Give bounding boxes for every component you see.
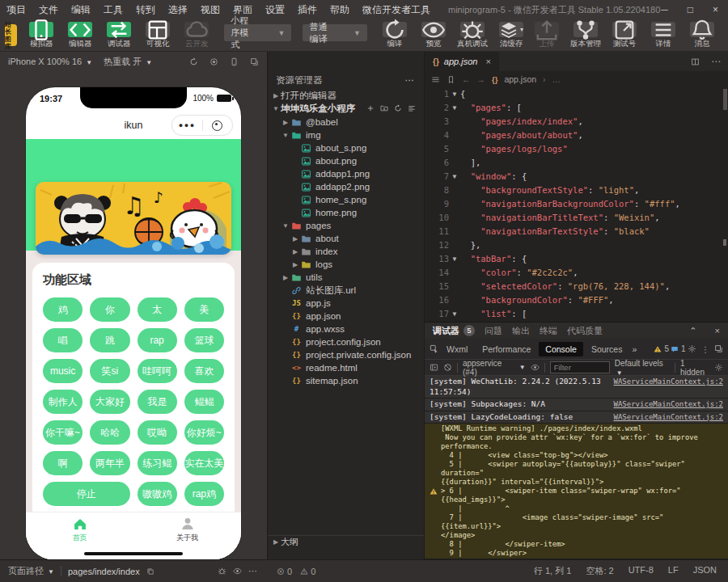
console-sidebar-icon[interactable] xyxy=(430,363,438,372)
sound-button-啊[interactable]: 啊 xyxy=(43,451,83,475)
sound-button-你[interactable]: 你 xyxy=(90,297,129,322)
split-editor-icon[interactable] xyxy=(685,52,705,71)
editor-more-icon[interactable]: ⋯ xyxy=(705,52,728,71)
sound-button-跳[interactable]: 跳 xyxy=(90,328,129,352)
panel-tab-代码质量[interactable]: 代码质量 xyxy=(567,325,603,337)
hamburger-icon[interactable] xyxy=(431,75,440,84)
tab-about[interactable]: 关于我 xyxy=(133,512,241,546)
menu-视图[interactable]: 视图 xyxy=(201,3,220,17)
log-source-link[interactable]: WAServiceMainContext.js:2 xyxy=(614,377,723,387)
sound-button-你好烦~[interactable]: 你好烦~ xyxy=(184,420,224,445)
sound-button-练习鲲[interactable]: 练习鲲 xyxy=(138,451,177,475)
log-levels-dropdown[interactable]: Default levels ▼ xyxy=(615,359,670,377)
copy-path-icon[interactable] xyxy=(146,567,154,576)
debug-icon[interactable] xyxy=(218,567,226,576)
fold-chevron-icon[interactable]: ▼ xyxy=(449,101,460,115)
tree-item-about.png[interactable]: about.png xyxy=(268,154,424,167)
capsule-menu[interactable]: ●●● xyxy=(171,115,233,136)
device-selector[interactable]: iPhone X 100% 16 ▼ xyxy=(8,57,92,66)
device-frame-icon[interactable] xyxy=(230,57,239,66)
tree-item-about[interactable]: ▶about xyxy=(268,232,424,245)
tree-item-站长图库.url[interactable]: 站长图库.url xyxy=(268,284,424,297)
toolbar-预览[interactable]: 预览 xyxy=(416,22,451,49)
log-source-link[interactable]: WAServiceMainContext.js:2 xyxy=(614,399,723,410)
tree-item-logs[interactable]: ▶logs xyxy=(268,258,424,271)
inspect-element-icon[interactable] xyxy=(430,344,438,353)
devtools-message-badge[interactable]: 1 xyxy=(671,344,686,353)
warning-count[interactable]: 0 xyxy=(300,567,315,576)
new-folder-icon[interactable] xyxy=(380,104,388,112)
error-count[interactable]: 0 xyxy=(277,567,292,576)
statusbar-more-icon[interactable]: ⋯ xyxy=(248,566,259,576)
panel-tab-终端[interactable]: 终端 xyxy=(540,325,557,337)
sound-button-哎呦[interactable]: 哎呦 xyxy=(138,420,177,445)
sound-button-篮球[interactable]: 篮球 xyxy=(184,328,224,352)
tree-item-readme.html[interactable]: <>readme.html xyxy=(268,361,424,374)
sound-button-music[interactable]: music xyxy=(43,359,83,383)
sound-button-rap[interactable]: rap xyxy=(138,328,177,352)
console-log-area[interactable]: WAServiceMainContext.js:2[system] WeChat… xyxy=(425,376,728,560)
bookmark-icon[interactable] xyxy=(447,75,455,84)
sound-button-哈哈[interactable]: 哈哈 xyxy=(90,420,129,445)
execution-context-dropdown[interactable]: appservice (#4)▼ xyxy=(463,359,526,377)
toolbar-清缓存[interactable]: ▾清缓存 xyxy=(493,22,529,49)
status-json[interactable]: JSON xyxy=(693,565,717,577)
fold-chevron-icon[interactable]: ▼ xyxy=(449,252,460,266)
log-source-link[interactable]: WAServiceMainContext.js:2 xyxy=(614,412,723,423)
sound-button-鲲鲲[interactable]: 鲲鲲 xyxy=(184,390,224,414)
sound-button-哇呵呵[interactable]: 哇呵呵 xyxy=(138,359,177,383)
undock-icon[interactable] xyxy=(714,344,723,353)
minimize-button[interactable]: ─ xyxy=(661,4,668,15)
status--2[interactable]: 空格: 2 xyxy=(586,565,613,577)
toolbar-编译[interactable]: 编译 xyxy=(377,22,413,49)
exit-icon[interactable] xyxy=(203,120,233,131)
toolbar-测试号[interactable]: 测试号 xyxy=(607,22,642,49)
hot-reload-toggle[interactable]: 热重载 开 ▼ xyxy=(104,56,152,68)
console-settings-icon[interactable] xyxy=(714,363,723,372)
toolbar-模拟器[interactable]: 模拟器 xyxy=(23,22,59,49)
tree-item-app.wxss[interactable]: #app.wxss xyxy=(268,323,424,335)
menu-项目[interactable]: 项目 xyxy=(6,3,26,17)
more-icon[interactable]: ●●● xyxy=(172,121,202,129)
menu-设置[interactable]: 设置 xyxy=(265,3,285,17)
devtools-warning-badge[interactable]: 5 xyxy=(654,344,669,353)
tree-item-index[interactable]: ▶index xyxy=(268,245,424,258)
console-filter-input[interactable] xyxy=(550,361,610,373)
maximize-button[interactable]: □ xyxy=(688,4,693,15)
tree-item-project.config.json[interactable]: {}project.config.json xyxy=(268,335,424,348)
tab-home[interactable]: 首页 xyxy=(26,512,133,546)
refresh-explorer-icon[interactable] xyxy=(394,104,402,112)
sound-button-美[interactable]: 美 xyxy=(184,297,224,322)
tree-item-addapp2.png[interactable]: addapp2.png xyxy=(268,180,424,193)
tree-item-about_s.png[interactable]: about_s.png xyxy=(268,141,424,154)
devtools-settings-icon[interactable] xyxy=(688,344,696,353)
back-icon[interactable]: ← xyxy=(462,74,471,84)
fold-chevron-icon[interactable]: ▼ xyxy=(449,87,460,101)
multi-window-icon[interactable] xyxy=(250,57,259,66)
mode-dropdown[interactable]: 小程序模式▼ xyxy=(224,24,291,41)
devtools-tab-sources[interactable]: Sources xyxy=(585,342,629,356)
menu-转到[interactable]: 转到 xyxy=(136,3,155,17)
sound-button-你干嘛~[interactable]: 你干嘛~ xyxy=(43,420,83,445)
menu-帮助[interactable]: 帮助 xyxy=(330,3,349,17)
menu-文件[interactable]: 文件 xyxy=(39,3,58,17)
forward-icon[interactable]: → xyxy=(477,74,486,84)
tree-item-utils[interactable]: ▶utils xyxy=(268,271,424,284)
live-expression-icon[interactable] xyxy=(531,363,540,372)
sound-button-鸡[interactable]: 鸡 xyxy=(43,297,83,322)
collapse-folders-icon[interactable] xyxy=(408,104,416,112)
tree-item-app.json[interactable]: {}app.json xyxy=(268,310,424,323)
sound-button-两年半[interactable]: 两年半 xyxy=(90,451,129,475)
page-path-dropdown[interactable]: 页面路径 ▼ xyxy=(8,565,54,577)
tab-app-json[interactable]: {} app.json × xyxy=(425,52,499,71)
tree-item-@babel[interactable]: ▶@babel xyxy=(268,116,424,129)
sound-button-制作人[interactable]: 制作人 xyxy=(43,390,83,414)
tree-item-app.js[interactable]: JSapp.js xyxy=(268,297,424,310)
menu-编辑[interactable]: 编辑 xyxy=(71,3,91,17)
close-panel-icon[interactable]: × xyxy=(715,326,720,335)
sound-button-实在太美[interactable]: 实在太美 xyxy=(184,451,224,475)
toolbar-真机调试[interactable]: 真机调试 xyxy=(455,22,490,49)
menu-微信开发者工具[interactable]: 微信开发者工具 xyxy=(362,3,430,17)
devtools-tab-performance[interactable]: Performance xyxy=(476,342,537,356)
kebab-menu-icon[interactable]: ⋮ xyxy=(698,344,713,354)
